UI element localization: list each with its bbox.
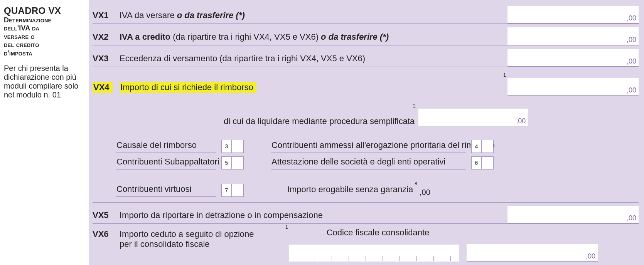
grid-line: Causale del rimborso 3 Contribuenti amme…	[116, 139, 639, 153]
amount-wrap: ,00	[507, 6, 639, 23]
row-vx4-sub2: di cui da liquidare mediante procedura s…	[93, 96, 639, 128]
row-code: VX5	[93, 210, 120, 223]
amount-wrap: ,00	[467, 244, 598, 262]
field-num: 3	[222, 140, 232, 153]
section-title: QUADRO VX	[4, 5, 85, 16]
row-code: VX2	[93, 32, 120, 45]
label-attestazione: Attestazione delle società e degli enti …	[271, 155, 466, 169]
box-3[interactable]: 3	[221, 140, 244, 153]
amount-input-vx4-1[interactable]: ,00	[507, 78, 639, 96]
sidebar-note: Per chi presenta la dichiarazione con pi…	[4, 64, 85, 99]
row-vx6: VX6 Importo ceduto a seguito di opzione …	[93, 224, 639, 262]
cf-block: Codice fiscale consolidante	[282, 226, 459, 262]
row-vx4: VX4 Importo di cui si richiede il rimbor…	[93, 67, 639, 96]
row-vx1: VX1 IVA da versare o da trasferire (*) ,…	[93, 2, 639, 24]
label-virtuosi: Contribuenti virtuosi	[116, 183, 216, 197]
amount-input-vx4-2[interactable]: ,00	[418, 109, 528, 126]
box-6[interactable]: 6	[471, 156, 494, 169]
grid-line: Contribuenti Subappaltatori 5 Attestazio…	[116, 155, 639, 169]
field-input[interactable]	[232, 157, 243, 169]
label-causale: Causale del rimborso	[116, 139, 216, 153]
field-num: 4	[472, 140, 482, 153]
amount-input-vx3[interactable]: ,00	[507, 49, 639, 67]
field-num: 6	[472, 157, 482, 169]
cf-input[interactable]	[289, 245, 459, 262]
row-code: VX1	[93, 10, 120, 23]
field-num: 5	[222, 157, 232, 169]
amount-input-vx2[interactable]: ,00	[507, 27, 639, 45]
section-subtitle: Determinazione dell'IVA da versare o del…	[4, 16, 85, 58]
field-num: 7	[222, 184, 232, 196]
amount-wrap: ,00	[507, 206, 639, 223]
row-desc: IVA da versare o da trasferire (*)	[120, 10, 507, 23]
row-vx3: VX3 Eccedenza di versamento (da ripartir…	[93, 45, 639, 67]
row-vx5: VX5 Importo da riportare in detrazione o…	[93, 202, 639, 224]
amount-input-vx4-8[interactable]: ,00	[420, 188, 514, 197]
row-desc: Eccedenza di versamento (da ripartire tr…	[120, 54, 507, 67]
field-sup-1: 1	[285, 225, 288, 230]
form-main: VX1 IVA da versare o da trasferire (*) ,…	[89, 0, 644, 265]
sidebar: QUADRO VX Determinazione dell'IVA da ver…	[0, 0, 89, 265]
box-7[interactable]: 7	[221, 184, 244, 197]
label-garanzia: Importo erogabile senza garanzia8	[286, 184, 417, 197]
row-code: VX4	[93, 82, 120, 96]
amount-wrap: ,00	[507, 27, 639, 45]
field-sup-2: 2	[413, 103, 416, 109]
amount-wrap: 1 ,00	[507, 78, 639, 96]
box-5[interactable]: 5	[221, 156, 244, 169]
label-prioritaria: Contribuenti ammessi all'erogazione prio…	[271, 139, 466, 153]
row-code: VX6	[93, 226, 120, 239]
row-desc: Importo da riportare in detrazione o in …	[120, 210, 507, 223]
field-input[interactable]	[232, 184, 243, 196]
field-input[interactable]	[482, 157, 493, 169]
form-page: QUADRO VX Determinazione dell'IVA da ver…	[0, 0, 644, 265]
amount-wrap: ,00	[507, 49, 639, 67]
amount-input-vx5[interactable]: ,00	[507, 206, 639, 223]
field-input[interactable]	[232, 140, 243, 153]
cf-label: Codice fiscale consolidante	[327, 226, 430, 238]
box-4[interactable]: 4	[471, 140, 494, 153]
amount-input-vx6[interactable]: ,00	[467, 244, 598, 262]
amount-input-vx1[interactable]: ,00	[507, 6, 639, 23]
row-desc: IVA a credito (da ripartire tra i righi …	[120, 32, 507, 45]
row-vx2: VX2 IVA a credito (da ripartire tra i ri…	[93, 24, 639, 45]
row-desc: Importo di cui si richiede il rimborso	[120, 82, 507, 96]
field-sup-8: 8	[415, 181, 417, 186]
row-desc: Importo ceduto a seguito di opzione per …	[120, 226, 282, 250]
vx4-fields-grid: Causale del rimborso 3 Contribuenti amme…	[93, 128, 639, 202]
grid-line: Contribuenti virtuosi 7 Importo erogabil…	[116, 183, 639, 197]
sub-label: di cui da liquidare mediante procedura s…	[224, 116, 418, 126]
field-input[interactable]	[482, 140, 493, 153]
field-sup-1: 1	[503, 72, 506, 78]
sub-amount-wrap: 2 ,00	[418, 109, 528, 126]
sub-amount-wrap: ,00	[420, 188, 514, 197]
row-code: VX3	[93, 54, 120, 67]
label-subappaltatori: Contribuenti Subappaltatori	[116, 155, 216, 169]
